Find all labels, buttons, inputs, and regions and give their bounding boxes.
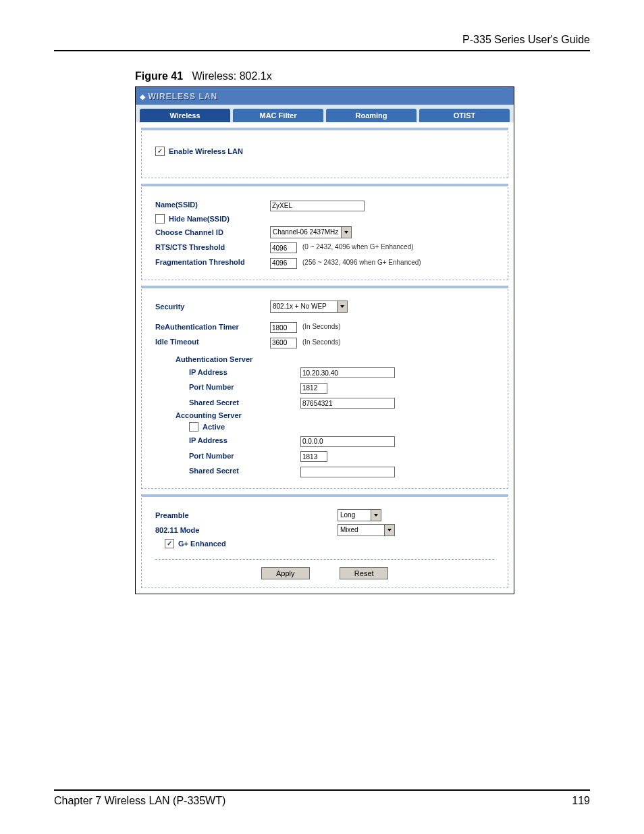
button-row: Apply Reset xyxy=(155,559,494,579)
panel-title-bar: ◆ WIRELESS LAN xyxy=(136,87,514,105)
rts-hint: (0 ~ 2432, 4096 when G+ Enhanced) xyxy=(302,243,414,251)
preamble-value: Long xyxy=(340,511,355,519)
mode-value: Mixed xyxy=(340,526,358,533)
apply-button[interactable]: Apply xyxy=(261,567,310,579)
expand-icon: ◆ xyxy=(140,93,145,101)
reset-button[interactable]: Reset xyxy=(340,567,388,579)
frag-hint: (256 ~ 2432, 4096 when G+ Enhanced) xyxy=(302,259,421,266)
auth-secret-label: Shared Secret xyxy=(155,398,300,407)
mode-select[interactable]: Mixed xyxy=(338,524,395,536)
running-header: P-335 Series User's Guide xyxy=(54,34,590,46)
mode-label: 802.11 Mode xyxy=(155,526,338,534)
figure-label: Figure 41 xyxy=(135,70,183,82)
auth-port-input[interactable] xyxy=(300,383,327,394)
acct-ip-label: IP Address xyxy=(155,436,300,444)
tab-otist[interactable]: OTIST xyxy=(419,109,510,122)
section-basic: Name(SSID) Hide Name(SSID) Choose Channe… xyxy=(141,184,508,280)
top-rule xyxy=(54,50,590,51)
enable-wlan-checkbox[interactable]: ✓ xyxy=(155,147,165,156)
preamble-select[interactable]: Long xyxy=(338,509,381,521)
page-number: 119 xyxy=(572,795,590,807)
panel-title: WIRELESS LAN xyxy=(148,92,217,101)
ssid-label: Name(SSID) xyxy=(155,201,270,209)
frag-label: Fragmentation Threshold xyxy=(155,258,270,266)
figure-title: Wireless: 802.1x xyxy=(192,70,271,82)
acct-secret-label: Shared Secret xyxy=(155,467,300,475)
ssid-input[interactable] xyxy=(270,201,365,211)
chevron-down-icon xyxy=(384,525,394,536)
acct-active-label: Active xyxy=(203,423,225,431)
channel-value: Channel-06 2437MHz xyxy=(273,228,338,236)
security-label: Security xyxy=(155,303,270,311)
frag-input[interactable] xyxy=(270,258,297,269)
page-footer: Chapter 7 Wireless LAN (P-335WT) 119 xyxy=(54,789,590,807)
idle-hint: (In Seconds) xyxy=(302,338,341,346)
acct-port-input[interactable] xyxy=(300,451,327,462)
chevron-down-icon xyxy=(341,227,351,238)
auth-secret-input[interactable] xyxy=(300,398,395,409)
acct-server-header: Accounting Server xyxy=(155,411,287,419)
screenshot-panel: ◆ WIRELESS LAN Wireless MAC Filter Roami… xyxy=(135,86,514,594)
acct-active-checkbox[interactable] xyxy=(189,422,198,432)
chevron-down-icon xyxy=(337,301,347,312)
reauth-input[interactable] xyxy=(270,322,297,333)
chevron-down-icon xyxy=(371,510,381,521)
rts-label: RTS/CTS Threshold xyxy=(155,243,270,251)
section-enable: ✓ Enable Wireless LAN xyxy=(141,128,508,178)
chapter-title: Chapter 7 Wireless LAN (P-335WT) xyxy=(54,795,225,807)
section-advanced: Preamble Long 802.11 Mode Mixed ✓ xyxy=(141,494,508,588)
bottom-rule xyxy=(54,789,590,791)
gplus-checkbox[interactable]: ✓ xyxy=(165,539,174,548)
tab-roaming[interactable]: Roaming xyxy=(326,109,417,122)
auth-ip-label: IP Address xyxy=(155,368,300,376)
tab-mac-filter[interactable]: MAC Filter xyxy=(233,109,323,122)
channel-select[interactable]: Channel-06 2437MHz xyxy=(270,226,352,238)
security-select[interactable]: 802.1x + No WEP xyxy=(270,301,348,313)
acct-secret-input[interactable] xyxy=(300,467,395,477)
security-value: 802.1x + No WEP xyxy=(273,303,327,310)
enable-wlan-label: Enable Wireless LAN xyxy=(169,147,243,155)
tabs-row: Wireless MAC Filter Roaming OTIST xyxy=(136,105,514,122)
auth-server-header: Authentication Server xyxy=(155,355,287,363)
auth-port-label: Port Number xyxy=(155,383,300,391)
gplus-label: G+ Enhanced xyxy=(178,540,226,548)
rts-input[interactable] xyxy=(270,242,297,253)
figure-caption: Figure 41 Wireless: 802.1x xyxy=(135,70,590,82)
reauth-label: ReAuthentication Timer xyxy=(155,323,270,331)
idle-input[interactable] xyxy=(270,338,297,348)
idle-label: Idle Timeout xyxy=(155,338,270,346)
section-security: Security 802.1x + No WEP ReAuthenticatio… xyxy=(141,286,508,489)
preamble-label: Preamble xyxy=(155,511,338,519)
reauth-hint: (In Seconds) xyxy=(302,323,341,330)
channel-label: Choose Channel ID xyxy=(155,228,270,236)
hide-ssid-label: Hide Name(SSID) xyxy=(169,215,230,223)
acct-ip-input[interactable] xyxy=(300,436,395,447)
auth-ip-input[interactable] xyxy=(300,367,395,378)
hide-ssid-checkbox[interactable] xyxy=(155,214,165,224)
acct-port-label: Port Number xyxy=(155,452,300,460)
tab-wireless[interactable]: Wireless xyxy=(140,109,230,122)
